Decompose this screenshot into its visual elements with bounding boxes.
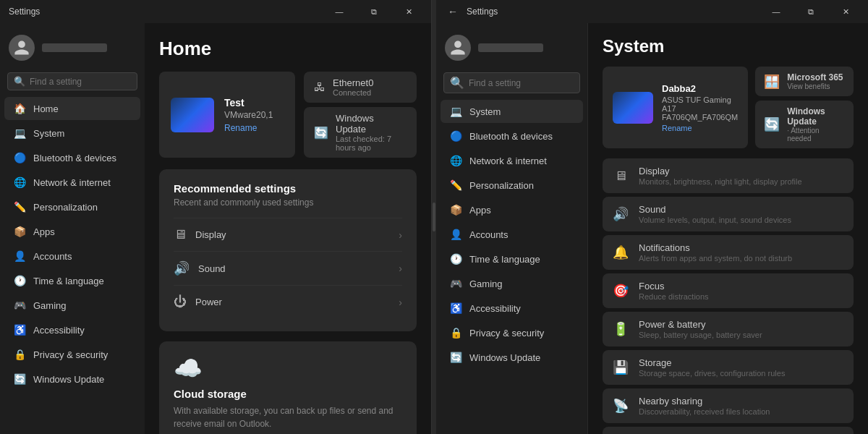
close-button[interactable]: ✕ — [392, 0, 425, 23]
divider-handle — [433, 203, 435, 231]
right-main-content: System Dabba2 ASUS TUF Gaming A17 FA706Q… — [588, 23, 868, 434]
sidebar-item-system[interactable]: 💻 System — [4, 122, 140, 145]
sidebar-item-apps[interactable]: 📦 Apps — [4, 220, 140, 243]
left-search-input[interactable] — [30, 77, 138, 87]
ethernet-status-text: Ethernet0 Connected — [333, 77, 373, 97]
sidebar-item-home[interactable]: 🏠 Home — [4, 97, 140, 120]
personalization-icon: ✏️ — [13, 200, 26, 213]
sidebar-item-accounts[interactable]: 👤 Accounts — [4, 244, 140, 268]
sys-display-text: Display Monitors, brightness, night ligh… — [639, 166, 802, 186]
sidebar-item-time[interactable]: 🕐 Time & language — [4, 269, 140, 292]
avatar — [9, 35, 35, 61]
right-sidebar-item-time[interactable]: 🕐 Time & language — [441, 247, 583, 271]
right-sidebar-item-apps[interactable]: 📦 Apps — [441, 198, 583, 221]
sidebar-item-personalization-label: Personalization — [33, 202, 98, 213]
windows-update-icon: 🔄 — [314, 126, 328, 140]
right-page-title: System — [603, 23, 854, 67]
display-setting-row[interactable]: 🖥 Display › — [174, 218, 402, 251]
right-restore-button[interactable]: ⧉ — [794, 0, 827, 23]
right-titlebar-controls: — ⧉ ✕ — [760, 0, 862, 23]
right-user-profile-area[interactable] — [436, 29, 587, 69]
right-search-input[interactable] — [469, 78, 577, 88]
restore-button[interactable]: ⧉ — [357, 0, 391, 23]
left-search-bar[interactable]: 🔍 — [7, 72, 137, 90]
sys-focus-text: Focus Reduce distractions — [639, 281, 709, 301]
right-sidebar-item-privacy[interactable]: 🔒 Privacy & security — [441, 321, 583, 344]
right-personalization-icon: ✏️ — [449, 179, 462, 192]
power-icon: ⏻ — [174, 294, 187, 310]
sys-display-icon: 🖥 — [613, 169, 629, 184]
right-minimize-button[interactable]: — — [760, 0, 793, 23]
right-gaming-icon: 🎮 — [449, 277, 462, 290]
microsoft365-promo-card[interactable]: 🪟 Microsoft 365 View benefits — [755, 67, 854, 96]
user-profile-area[interactable] — [0, 29, 145, 69]
sys-rename-link[interactable]: Rename — [662, 124, 738, 132]
right-search-bar[interactable]: 🔍 — [443, 72, 580, 93]
display-icon: 🖥 — [174, 227, 187, 242]
privacy-icon: 🔒 — [13, 348, 26, 361]
page-title: Home — [159, 23, 417, 72]
sidebar-item-personalization[interactable]: ✏️ Personalization — [4, 195, 140, 218]
left-settings-window: Settings — ⧉ ✕ 🔍 🏠 Home — [0, 0, 432, 434]
sidebar-item-accessibility[interactable]: ♿ Accessibility — [4, 318, 140, 341]
system-settings-list: 🖥 Display Monitors, brightness, night li… — [603, 158, 854, 434]
power-setting-row[interactable]: ⏻ Power › — [174, 285, 402, 318]
right-titlebar-title: Settings — [467, 7, 498, 17]
storage-system-setting[interactable]: 💾 Storage Storage space, drives, configu… — [603, 350, 854, 385]
sys-notifications-text: Notifications Alerts from apps and syste… — [639, 242, 792, 263]
right-sidebar-item-accounts[interactable]: 👤 Accounts — [441, 223, 583, 246]
windows-update-promo-title: Windows Update — [787, 106, 845, 127]
focus-system-setting[interactable]: 🎯 Focus Reduce distractions — [603, 273, 854, 308]
sound-system-setting[interactable]: 🔊 Sound Volume levels, output, input, so… — [603, 197, 854, 231]
update-icon: 🔄 — [13, 373, 26, 386]
sys-storage-sub: Storage space, drives, configuration rul… — [639, 369, 785, 378]
ethernet-icon: 🖧 — [314, 81, 326, 94]
sound-setting-row[interactable]: 🔊 Sound › — [174, 251, 402, 285]
sidebar-item-accessibility-label: Accessibility — [33, 325, 85, 336]
windows-update-promo-card[interactable]: 🔄 Windows Update · Attention needed — [755, 101, 854, 148]
right-sidebar-item-update[interactable]: 🔄 Windows Update — [441, 346, 583, 369]
sidebar-item-bluetooth[interactable]: 🔵 Bluetooth & devices — [4, 146, 140, 169]
display-system-setting[interactable]: 🖥 Display Monitors, brightness, night li… — [603, 158, 854, 193]
sys-sound-text: Sound Volume levels, output, input, soun… — [639, 204, 791, 224]
sidebar-item-privacy-label: Privacy & security — [33, 349, 108, 360]
sys-focus-icon: 🎯 — [613, 283, 629, 299]
right-close-button[interactable]: ✕ — [829, 0, 862, 23]
right-sidebar-item-bluetooth[interactable]: 🔵 Bluetooth & devices — [441, 124, 583, 148]
right-avatar — [445, 35, 471, 61]
ethernet-title: Ethernet0 — [333, 77, 373, 88]
right-sidebar-gaming-label: Gaming — [469, 278, 503, 289]
right-sidebar-item-accessibility[interactable]: ♿ Accessibility — [441, 297, 583, 320]
notifications-system-setting[interactable]: 🔔 Notifications Alerts from apps and sys… — [603, 235, 854, 270]
device-thumbnail — [171, 98, 214, 132]
windows-update-status-card[interactable]: 🔄 Windows Update Last checked: 7 hours a… — [304, 107, 417, 158]
nearby-sharing-system-setting[interactable]: 📡 Nearby sharing Discoverability, receiv… — [603, 388, 854, 423]
right-sidebar-network-label: Network & internet — [469, 156, 547, 166]
right-sidebar-item-network[interactable]: 🌐 Network & internet — [441, 149, 583, 172]
power-battery-system-setting[interactable]: 🔋 Power & battery Sleep, battery usage, … — [603, 312, 854, 346]
right-privacy-icon: 🔒 — [449, 326, 462, 339]
device-rename-link[interactable]: Rename — [224, 123, 273, 133]
sidebar-item-privacy[interactable]: 🔒 Privacy & security — [4, 343, 140, 366]
gaming-icon: 🎮 — [13, 299, 26, 312]
right-sidebar: 🔍 💻 System 🔵 Bluetooth & devices 🌐 Netwo… — [436, 23, 588, 434]
sidebar-item-network[interactable]: 🌐 Network & internet — [4, 171, 140, 194]
back-button[interactable]: ← — [445, 3, 461, 20]
minimize-button[interactable]: — — [323, 0, 356, 23]
right-update-icon: 🔄 — [449, 351, 462, 364]
system-icon: 💻 — [13, 127, 26, 140]
sys-sound-title: Sound — [639, 204, 791, 215]
sys-focus-title: Focus — [639, 281, 709, 292]
multitasking-system-setting[interactable]: ⊞ Multitasking Snap windows, desktops, t… — [603, 427, 854, 434]
power-label: Power — [195, 297, 222, 307]
ethernet-status-card[interactable]: 🖧 Ethernet0 Connected — [304, 72, 417, 103]
sys-storage-icon: 💾 — [613, 359, 629, 375]
right-sidebar-item-system[interactable]: 💻 System — [441, 100, 583, 123]
ethernet-sub: Connected — [333, 88, 373, 97]
sidebar-item-gaming[interactable]: 🎮 Gaming — [4, 294, 140, 317]
right-sidebar-item-gaming[interactable]: 🎮 Gaming — [441, 272, 583, 295]
sys-storage-title: Storage — [639, 357, 785, 368]
sidebar-item-update[interactable]: 🔄 Windows Update — [4, 367, 140, 391]
right-sidebar-item-personalization[interactable]: ✏️ Personalization — [441, 174, 583, 197]
right-sidebar-accounts-label: Accounts — [469, 229, 508, 240]
